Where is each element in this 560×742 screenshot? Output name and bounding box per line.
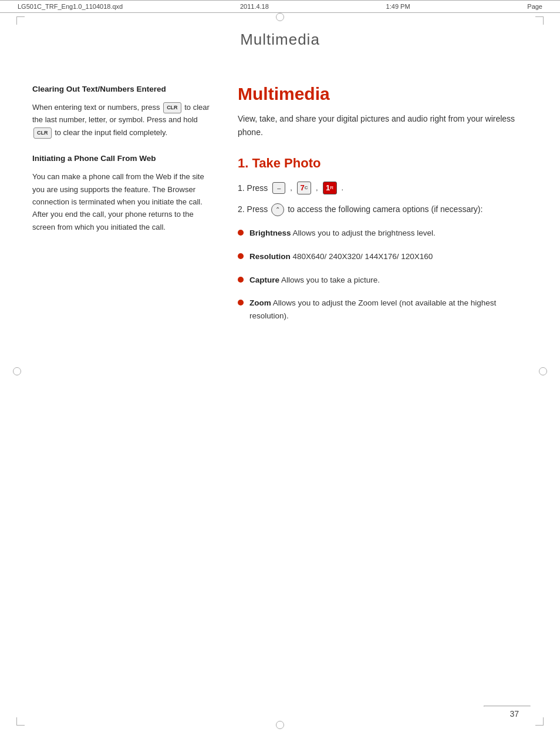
key-up-arrow: ⌃ <box>271 203 284 216</box>
reg-mark-right <box>539 367 547 375</box>
desc-brightness: Allows you to adjust the brightness leve… <box>293 229 436 237</box>
page-number: 37 <box>510 709 519 719</box>
section-phone-call-heading: Initiating a Phone Call From Web <box>32 153 214 164</box>
bullet-brightness: Brightness Allows you to adjust the brig… <box>238 227 528 240</box>
reg-mark-top <box>276 13 284 21</box>
step-2: 2. Press ⌃ to access the following camer… <box>238 203 528 216</box>
section-clearing-heading: Clearing Out Text/Numbers Entered <box>32 84 214 95</box>
step1-comma1: , <box>290 182 292 194</box>
key-minus: – <box>272 182 285 194</box>
camera-options-list: Brightness Allows you to adjust the brig… <box>238 227 528 322</box>
section-phone-call-body: You can make a phone call from the Web i… <box>32 170 214 233</box>
reg-mark-bottom <box>276 721 284 729</box>
clr-button-2: CLR <box>33 127 52 139</box>
page-title: Multimedia <box>240 31 320 48</box>
clr-button-1: CLR <box>163 102 181 113</box>
bullet-resolution-text: Resolution 480X640/ 240X320/ 144X176/ 12… <box>249 250 433 263</box>
header-date: 2011.4.18 <box>240 3 269 10</box>
term-capture: Capture <box>249 276 279 284</box>
bullet-brightness-text: Brightness Allows you to adjust the brig… <box>249 227 436 240</box>
header-page: Page <box>527 3 542 10</box>
reg-mark-left <box>13 367 21 375</box>
bullet-dot-resolution <box>238 253 244 259</box>
bullet-resolution: Resolution 480X640/ 240X320/ 144X176/ 12… <box>238 250 528 263</box>
step1-comma2: , <box>316 182 318 194</box>
section-clearing-body: When entering text or numbers, press CLR… <box>32 101 214 139</box>
desc-capture: Allows you to take a picture. <box>281 276 380 284</box>
right-column: Multimedia View, take, and share your di… <box>238 84 528 333</box>
bullet-capture-text: Capture Allows you to take a picture. <box>249 274 380 287</box>
section-clearing: Clearing Out Text/Numbers Entered When e… <box>32 84 214 139</box>
clearing-text3: to clear the input field completely. <box>55 128 167 137</box>
corner-mark-br <box>535 717 544 726</box>
page-header: LG501C_TRF_Eng1.0_1104018.qxd 2011.4.18 … <box>0 0 560 13</box>
key-1r: 1R <box>323 182 337 194</box>
corner-mark-tr <box>535 16 544 25</box>
step1-prefix: 1. Press <box>238 182 268 194</box>
multimedia-intro: View, take, and share your digital pictu… <box>238 112 528 139</box>
header-filename: LG501C_TRF_Eng1.0_1104018.qxd <box>18 3 123 10</box>
bullet-dot-brightness <box>238 230 244 236</box>
step2-suffix: to access the following camera options (… <box>288 204 483 214</box>
desc-resolution: 480X640/ 240X320/ 144X176/ 120X160 <box>293 252 433 261</box>
bullet-zoom-text: Zoom Allows you to adjust the Zoom level… <box>249 297 528 322</box>
multimedia-heading: Multimedia <box>238 84 528 104</box>
page-rule <box>484 706 531 707</box>
step1-period: . <box>342 182 344 194</box>
bullet-zoom: Zoom Allows you to adjust the Zoom level… <box>238 297 528 322</box>
section-phone-call: Initiating a Phone Call From Web You can… <box>32 153 214 233</box>
term-brightness: Brightness <box>249 229 291 237</box>
corner-mark-bl <box>16 717 25 726</box>
step2-prefix: 2. Press <box>238 204 268 214</box>
key-7c: 7C <box>297 182 311 194</box>
clearing-text1: When entering text or numbers, press <box>32 103 160 112</box>
bullet-capture: Capture Allows you to take a picture. <box>238 274 528 287</box>
page-content: Clearing Out Text/Numbers Entered When e… <box>0 55 560 368</box>
step-1: 1. Press – , 7C , 1R . <box>238 182 528 194</box>
term-zoom: Zoom <box>249 298 271 307</box>
take-photo-heading: 1. Take Photo <box>238 156 528 171</box>
bullet-dot-zoom <box>238 300 244 305</box>
left-column: Clearing Out Text/Numbers Entered When e… <box>32 84 214 333</box>
desc-zoom: Allows you to adjust the Zoom level (not… <box>249 298 496 320</box>
term-resolution: Resolution <box>249 252 291 261</box>
header-time: 1:49 PM <box>386 3 410 10</box>
corner-mark-tl <box>16 16 25 25</box>
bullet-dot-capture <box>238 277 244 283</box>
